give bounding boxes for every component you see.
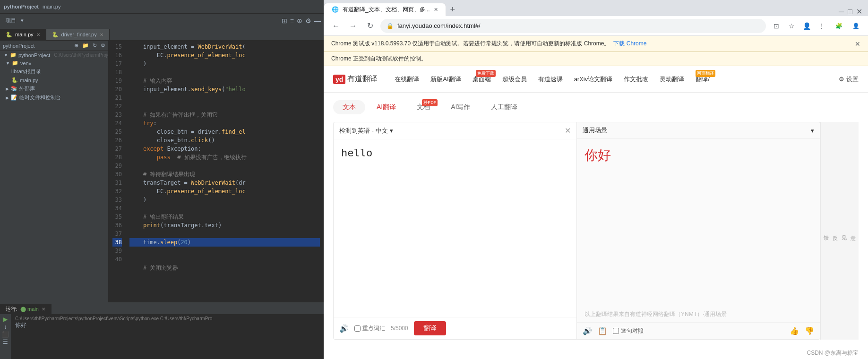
run-name-label: ⬤ main [20,306,39,312]
reload-btn[interactable]: ↻ [363,19,377,33]
browser-tab-youdao[interactable]: 🌐 有道翻译_文本、文档、网页、多... ✕ [324,3,446,16]
sidebar-icon-settings[interactable]: ⚙ [101,43,105,49]
chrome-warning-close[interactable]: ✕ [855,40,860,48]
tab-driver-finder[interactable]: 🐍 driver_finder.py ✕ [46,29,110,40]
bookmark-icon[interactable]: ☆ [785,19,798,33]
source-footer: 🔊 重点词汇 5/5000 翻译 [334,317,576,339]
nav-arxiv[interactable]: arXiv论文翻译 [568,66,619,92]
source-input[interactable]: hello [334,139,576,317]
tree-external-libs[interactable]: ▶ 📚 外部库 [0,84,108,93]
char-count: 5/5000 [391,325,408,332]
translate-output: 你好 [577,139,820,307]
lang-dropdown-icon[interactable]: ▾ [390,127,393,134]
bottom-tab-run[interactable]: 运行: ⬤ main ✕ [0,304,52,314]
source-audio-icon[interactable]: 🔊 [339,324,349,333]
translate-area: 检测到英语 - 中文 ▾ ✕ hello 🔊 重点词汇 [333,122,820,340]
tree-root-path: C:\Users\thf\PycharmProjects\pythonProje… [54,52,109,58]
tab-ai-writing[interactable]: AI写作 [441,100,480,114]
target-lang-label: 通用场景 [583,126,607,135]
nav-flexible-translate[interactable]: 灵动翻译 [654,66,690,92]
run-controls: ▶ ↓ ⬛ ☰ [0,314,11,359]
tab-human-translate[interactable]: 人工翻译 [481,100,527,114]
tree-scratch-label: 临时文件和控制台 [19,94,61,101]
console-output: 你好 [15,321,320,329]
lock-icon: 🔒 [387,23,394,29]
tree-root[interactable]: ▼ 📁 pythonProject C:\Users\thf\PycharmPr… [0,51,108,59]
code-area[interactable]: input_element = WebDriverWait( EC.presen… [126,41,324,302]
sidebar-header: pythonProject ⊕ 📁 ↻ ⚙ [0,41,108,51]
bottom-main: ▶ ↓ ⬛ ☰ C:\Users\thf\PycharmProjects\pyt… [0,314,324,359]
back-btn[interactable]: ← [329,19,343,33]
nav-page-translate[interactable]: 翻译/ 网页翻译 [690,66,715,92]
sidebar-icon-add[interactable]: ⊕ [74,43,78,49]
run-step-btn[interactable]: ↓ [4,324,7,330]
nav-super-vip[interactable]: 超级会员 [497,66,533,92]
line-by-line-checkbox-input[interactable] [613,328,619,334]
tab-ai-translate[interactable]: AI翻译 [367,100,405,114]
clear-input-btn[interactable]: ✕ [565,126,571,135]
toolbar-icon-add[interactable]: ⊞ [282,17,287,25]
run-list-btn[interactable]: ☰ [3,339,8,345]
nav-desktop[interactable]: 桌面端 免费下载 [467,66,497,92]
tab-close-btn[interactable]: ✕ [36,32,40,37]
download-chrome-link[interactable]: 下载 Chrome [613,40,646,48]
cast-icon[interactable]: ⊡ [770,19,783,33]
line-numbers: 15 16 17 18 19 20 21 22 23 24 25 26 27 2… [109,41,126,302]
run-play-btn[interactable]: ▶ [3,316,8,323]
tree-library-label: library根目录 [11,68,41,75]
nav-composition[interactable]: 作文批改 [618,66,654,92]
tab-main-py[interactable]: 🐍 main.py ✕ [0,29,46,40]
badge-free-download: 免费下载 [476,70,496,77]
like-icon[interactable]: 👍 [790,326,799,335]
lib-icon: 📚 [11,85,17,92]
bottom-tabs: 运行: ⬤ main ✕ [0,303,324,314]
tab-document[interactable]: 文档 秒PDF [407,100,439,114]
sidebar-icon-folder[interactable]: 📁 [82,43,89,49]
maximize-btn[interactable]: □ [848,8,852,16]
youdao-logo: yd 有道翻译 [333,74,378,84]
side-feedback[interactable]: 意 见 反 馈 [820,122,859,340]
keyword-checkbox[interactable]: 重点词汇 [354,325,385,333]
tab-close-btn2[interactable]: ✕ [100,32,103,37]
source-area: 检测到英语 - 中文 ▾ ✕ hello 🔊 重点词汇 [334,122,577,339]
new-tab-btn[interactable]: + [446,3,459,16]
forward-btn[interactable]: → [346,19,360,33]
run-stop-btn[interactable]: ⬛ [2,331,9,338]
menu-icon[interactable]: ⋮ [815,19,828,33]
toolbar-icon-plus[interactable]: ⊕ [297,17,302,25]
tab-text[interactable]: 文本 [333,100,365,114]
browser-tab-close[interactable]: ✕ [434,7,438,13]
nav-ai-translate[interactable]: 新版AI翻译 [425,66,466,92]
copy-icon[interactable]: 📋 [598,326,607,335]
toolbar-icon-settings[interactable]: ⚙ [305,17,311,25]
tree-main-py[interactable]: 🐍 main.py [0,76,108,84]
translate-btn[interactable]: 翻译 [414,321,446,335]
sidebar-icon-refresh[interactable]: ↻ [93,43,97,49]
toolbar-project[interactable]: 项目 [3,16,19,25]
dislike-icon[interactable]: 👎 [805,326,814,335]
tree-scratch[interactable]: ▶ 📝 临时文件和控制台 [0,93,108,102]
extensions-icon[interactable]: 🧩 [832,19,845,33]
address-bar[interactable]: 🔒 fanyi.youdao.com/index.html#/ [380,19,766,33]
profile-icon[interactable]: 👤 [800,19,813,33]
tree-venv-label: venv [20,60,31,66]
account-icon[interactable]: 👤 [849,19,862,33]
ide-editor[interactable]: 15 16 17 18 19 20 21 22 23 24 25 26 27 2… [109,41,324,302]
toolbar-icon-list[interactable]: ≡ [290,17,294,25]
nav-online-translate[interactable]: 在线翻译 [389,66,425,92]
settings-btn[interactable]: ⚙ 设置 [839,75,859,84]
target-audio-icon[interactable]: 🔊 [583,326,592,335]
minimize-btn[interactable]: ─ [839,8,844,16]
chrome-warning-banner: Chrome 测试版 v118.0.5993.70 仅适用于自动测试。若要进行常… [324,36,868,52]
close-window-btn[interactable]: ✕ [856,7,862,16]
tree-library[interactable]: library根目录 [0,67,108,76]
ymt-note: 以上翻译结果来自有道神经网络翻译（YNMT）·通用场景 [577,307,820,322]
line-by-line-checkbox[interactable]: 逐句对照 [613,327,644,335]
translate-area-wrapper: 检测到英语 - 中文 ▾ ✕ hello 🔊 重点词汇 [333,122,859,340]
target-lang-dropdown[interactable]: ▾ [811,127,814,134]
nav-speed-course[interactable]: 有道速课 [533,66,568,92]
toolbar-icon-minus[interactable]: — [314,17,321,25]
tree-venv[interactable]: ▼ 📁 venv [0,59,108,67]
run-close-btn[interactable]: ✕ [42,307,45,312]
keyword-checkbox-input[interactable] [354,325,361,332]
